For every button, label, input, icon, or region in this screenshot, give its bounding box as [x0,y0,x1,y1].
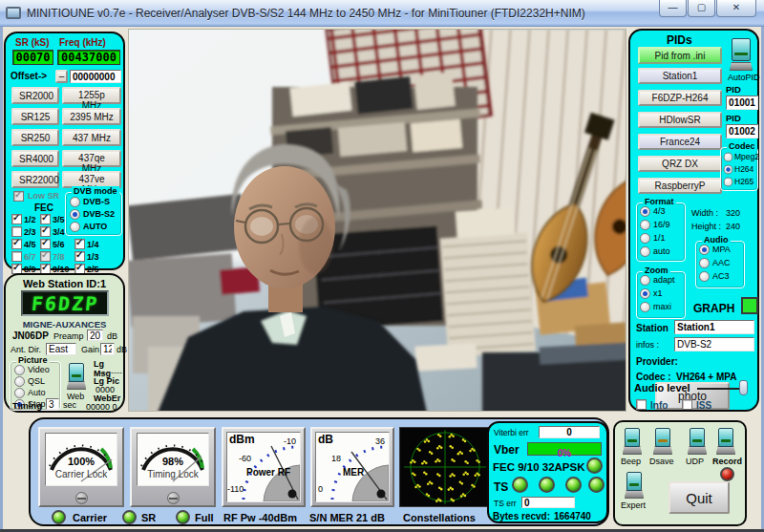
station1-button[interactable]: Station1 [638,68,722,84]
dvb-auto-radio[interactable] [70,222,80,232]
format-11-radio[interactable] [640,233,650,244]
preamp-input[interactable] [87,330,103,341]
udp-switch[interactable] [688,428,707,455]
format-169-radio[interactable] [640,220,650,230]
web-switch[interactable] [67,363,86,390]
infos-input[interactable] [674,337,754,351]
preset-sr125-button[interactable]: SR125 [11,108,59,125]
gain-input[interactable] [100,343,115,355]
pid-video-input[interactable] [726,96,758,110]
raspberryp-button[interactable]: RaspberryP [638,178,722,194]
minimize-button[interactable]: — [659,0,687,17]
picture-auto-label: Auto [28,388,46,397]
maximize-button[interactable]: ▢ [688,0,715,17]
preset-sr250-button[interactable]: SR250 [11,129,59,146]
codec-h264-radio[interactable] [724,165,733,175]
graph-label: GRAPH [693,302,734,315]
dsave-switch[interactable] [653,428,672,455]
audio-mpa-radio[interactable] [699,245,710,255]
offset-minus-button[interactable]: – [55,70,68,83]
timing-input[interactable] [46,398,59,410]
station-input[interactable] [674,320,754,334]
sr-led [122,510,137,524]
minitioune-window: MINITIOUNE v0.7e - Receiver/Analyser DVB… [0,0,764,532]
fec-1-3-label: 1/3 [87,252,99,262]
format-43-radio[interactable] [640,206,650,217]
fec-3-4-checkbox[interactable] [40,226,51,237]
france24-button[interactable]: France24 [638,134,722,150]
pid-from-ini-button[interactable]: Pid from .ini [638,47,722,64]
fec-1-2-label: 1/2 [24,215,36,224]
preset-sr4000-button[interactable]: SR4000 [11,150,59,167]
gain-label: Gain [81,345,99,354]
fec-1-2-checkbox[interactable] [11,214,22,224]
record-switch[interactable] [716,428,735,455]
audio-ac3-radio[interactable] [699,271,710,282]
low-sr-checkbox[interactable] [13,191,24,202]
graph-indicator[interactable] [741,297,758,314]
format-43-label: 4/3 [653,206,666,216]
picture-video-radio[interactable] [14,365,25,375]
fec-6-7-checkbox[interactable] [11,251,22,262]
fec-7-8-checkbox[interactable] [40,251,51,262]
fec-4-5-checkbox[interactable] [11,239,22,249]
preset-437-button[interactable]: 437 MHz [62,129,121,146]
sr-led-label: SR [141,512,156,523]
dvb-s2-radio[interactable] [70,209,80,220]
fec-1-4-checkbox[interactable] [74,239,85,249]
antdir-label: Ant. Dir. [11,345,41,354]
meter-screw [75,492,88,504]
fec-2-3-checkbox[interactable] [11,226,22,237]
preset-sr22000-button[interactable]: SR22000 [11,171,59,188]
gain-unit: dB [117,345,127,354]
audio-aac-radio[interactable] [699,258,710,268]
iss-checkbox[interactable] [682,399,692,410]
preset-1255p-button[interactable]: 1255p MHz [62,87,121,104]
video-scene [129,30,626,412]
offset-input[interactable] [70,70,121,83]
antdir-input[interactable] [46,343,76,355]
codec-mpeg2-radio[interactable] [724,153,733,162]
zoom-x1-radio[interactable] [640,288,650,299]
audio-level-thumb[interactable] [739,380,748,395]
meters-panel: 100% Carrier Lock 98% Timing Lock [29,417,609,526]
audio-mpa-label: MPA [712,245,731,254]
fec-mode-line: FEC 9/10 32APSK [493,461,585,473]
beep-switch[interactable] [623,428,642,455]
preset-sr2000-button[interactable]: SR2000 [11,87,59,104]
pid-audio-input[interactable] [726,124,758,138]
timing-unit: sec [63,400,76,410]
fec-1-3-checkbox[interactable] [74,251,85,262]
hdlowsr-button[interactable]: HDlowSR [638,112,722,128]
qrz-dx-button[interactable]: QRZ DX [638,156,722,172]
format-11-label: 1/1 [653,233,666,243]
udp-label: UDP [686,457,704,466]
fec-5-6-checkbox[interactable] [40,239,51,249]
title-bar[interactable]: MINITIOUNE v0.7e - Receiver/Analyser DVB… [0,0,764,27]
zoom-adapt-radio[interactable] [640,275,650,286]
zoom-maxi-radio[interactable] [640,302,650,312]
quit-button[interactable]: Quit [668,481,730,514]
rf-readout: RF Pw -40dBm [223,512,297,523]
picture-qsl-radio[interactable] [14,376,25,387]
expert-switch[interactable] [625,472,644,499]
preset-2395-button[interactable]: 2395 MHz [62,108,121,125]
codec-mpeg2-label: Mpeg2 [734,152,759,161]
preset-437qe-button[interactable]: 437qe MHz [62,150,121,167]
info-checkbox[interactable] [636,399,647,410]
picture-auto-radio[interactable] [14,388,25,398]
timing-lock-label: Timing Lock [132,469,214,479]
f6dzp-h264-button[interactable]: F6DZP-H264 [638,90,722,106]
fec-3-5-checkbox[interactable] [40,214,51,224]
autopid-switch[interactable] [730,38,753,71]
dvb-mode-label: DVB mode [72,186,119,196]
codec-group-label: Codec [727,141,757,151]
dvb-s-radio[interactable] [70,197,80,207]
vber-bar: 0% [527,442,602,456]
close-button[interactable]: ✕ [716,0,756,17]
codec-h265-radio[interactable] [724,178,733,187]
locator-label: JN06DP [12,330,49,341]
picture-qsl-label: QSL [28,376,45,386]
record-label: Record [712,457,742,466]
format-auto-radio[interactable] [640,246,650,257]
